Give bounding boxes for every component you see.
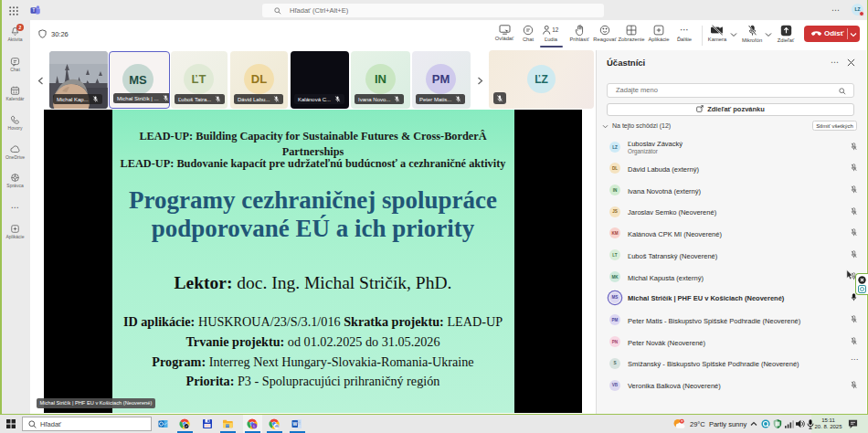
svg-text:W: W	[292, 421, 297, 427]
svg-text:T: T	[32, 8, 35, 13]
svg-text:12: 12	[552, 26, 559, 33]
